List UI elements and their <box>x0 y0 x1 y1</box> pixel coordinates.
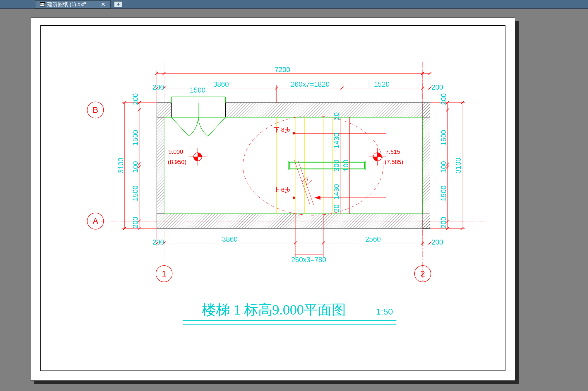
dim-top-200r: 200 <box>431 83 443 91</box>
dim-right-200b: 200 <box>440 217 448 228</box>
dim-left-100: 100 <box>131 161 139 173</box>
dim-inner-100: 100 <box>342 160 350 171</box>
elev-left-paren: (8.950) <box>168 159 186 165</box>
svg-line-33 <box>294 160 310 205</box>
elevation-marker-left <box>189 148 206 165</box>
dim-right-1500t: 1500 <box>440 130 448 146</box>
dim-bot-steps3: 260x3=780 <box>291 256 326 264</box>
svg-point-40 <box>293 197 295 199</box>
svg-line-34 <box>298 160 314 205</box>
dim-inner-300: 300 <box>332 160 340 171</box>
dim-inner-20t: 20 <box>332 112 340 120</box>
file-tab[interactable]: DXF 建筑图纸 (1).dxf* ✕ <box>35 0 111 8</box>
svg-line-18 <box>172 117 189 136</box>
dim-left-200b: 200 <box>131 217 139 228</box>
cad-drawing[interactable]: B A 1 2 <box>31 18 515 380</box>
drawing-canvas[interactable]: B A 1 2 <box>31 18 518 387</box>
svg-rect-21 <box>164 117 423 214</box>
sheet: B A 1 2 <box>31 18 515 381</box>
axis-label-1: 1 <box>162 269 167 278</box>
dim-left-200t: 200 <box>131 93 139 105</box>
svg-rect-11 <box>157 117 164 214</box>
dxf-file-icon: DXF <box>40 2 45 6</box>
dim-left-3100: 3100 <box>117 158 125 173</box>
dim-top-1520: 1520 <box>374 80 390 88</box>
svg-line-19 <box>208 117 225 136</box>
svg-rect-8 <box>157 103 172 117</box>
drawing-scale: 1:50 <box>376 307 393 316</box>
elev-left-value: 9.000 <box>169 148 183 155</box>
add-tab-button[interactable]: ✦ <box>114 1 122 7</box>
axis-label-b: B <box>93 105 98 115</box>
dim-right-200t: 200 <box>440 93 448 105</box>
dim-bot-3860: 3860 <box>222 235 238 243</box>
dim-left-1500b: 1500 <box>131 185 139 201</box>
elevation-marker-right <box>368 148 386 165</box>
elev-right-paren: (7.585) <box>385 159 403 165</box>
svg-rect-32 <box>289 162 365 169</box>
drawing-title: 楼梯 1 标高9.000平面图 <box>202 302 346 317</box>
stair-up-label: 上 6步 <box>274 187 290 193</box>
elev-right-value: 7.615 <box>385 148 400 155</box>
dim-bot-200l: 200 <box>152 238 164 246</box>
dim-left-1500t: 1500 <box>131 130 139 146</box>
axis-label-2: 2 <box>420 269 425 278</box>
dim-top-3860: 3860 <box>213 80 229 88</box>
dim-inner-1430b: 1430 <box>332 184 340 199</box>
dim-top-overall: 7200 <box>275 66 290 74</box>
axis-label-a: A <box>93 216 98 226</box>
svg-rect-10 <box>157 214 430 228</box>
dim-right-1500b: 1500 <box>440 185 448 201</box>
svg-marker-39 <box>315 196 320 200</box>
close-tab-icon[interactable]: ✕ <box>101 1 106 8</box>
dim-inner-1430t: 1430 <box>332 133 340 148</box>
dim-right-3100: 3100 <box>454 158 462 173</box>
dim-right-100: 100 <box>440 161 448 173</box>
svg-point-30 <box>243 116 383 215</box>
tab-filename: 建筑图纸 (1).dxf* <box>47 1 87 8</box>
svg-rect-12 <box>423 103 430 228</box>
dim-bot-200r: 200 <box>431 238 443 246</box>
dim-top-200l: 200 <box>152 83 164 91</box>
dim-door: 1500 <box>190 86 205 94</box>
dim-top-steps7: 260x7=1820 <box>291 80 330 88</box>
svg-point-38 <box>293 132 295 134</box>
dim-bot-2560: 2560 <box>365 235 381 243</box>
tab-bar: DXF 建筑图纸 (1).dxf* ✕ ✦ <box>0 0 588 9</box>
svg-rect-9 <box>225 103 430 117</box>
dim-inner-20b: 20 <box>332 204 340 212</box>
stair-down-label: 下 8步 <box>274 127 290 133</box>
